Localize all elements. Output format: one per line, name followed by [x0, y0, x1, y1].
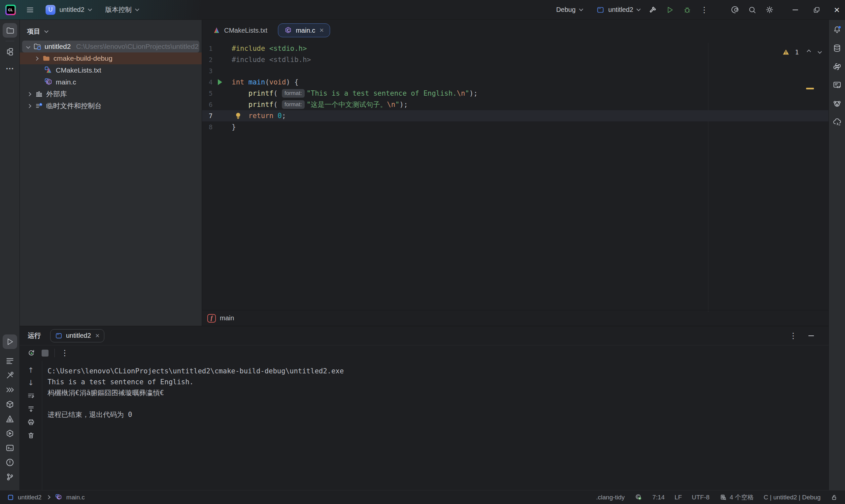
tree-item-label: CMakeLists.txt: [56, 66, 101, 74]
next-occurrence-button[interactable]: ↓: [28, 379, 34, 386]
cmake-toolwindow-button[interactable]: [3, 412, 17, 426]
run-mode-selector[interactable]: Debug: [556, 6, 583, 14]
cloud-shell-button[interactable]: [832, 118, 842, 127]
divider: [6, 41, 14, 41]
editor-tabs: CMakeLists.txt C main.c ×: [202, 20, 828, 41]
services-toolwindow-button[interactable]: [3, 383, 17, 397]
documentation-toolwindow-button[interactable]: [832, 80, 842, 90]
breadcrumb-function[interactable]: main: [220, 314, 234, 322]
scrollbar-warning-mark[interactable]: [806, 88, 814, 89]
project-panel: 项目 untitled2 C:\Users\lenovo\CLionProjec…: [20, 20, 202, 326]
tools-icon: [5, 371, 15, 380]
run-line-marker[interactable]: [218, 79, 222, 85]
search-icon: [748, 6, 757, 14]
folder-icon: [5, 26, 15, 35]
close-icon[interactable]: ×: [319, 26, 324, 35]
restore-button[interactable]: [813, 6, 821, 14]
status-project[interactable]: untitled2: [18, 494, 41, 501]
close-button[interactable]: ×: [834, 4, 840, 16]
chevron-right-icon: [34, 56, 39, 61]
prev-problem-icon[interactable]: [807, 50, 811, 54]
panel-options-button[interactable]: ⋮: [789, 332, 797, 340]
hide-panel-button[interactable]: [808, 336, 814, 336]
more-actions-button[interactable]: ⋮: [700, 6, 708, 14]
python-packages-toolwindow-button[interactable]: [3, 397, 17, 412]
main-menu-button[interactable]: [26, 6, 34, 14]
console-output[interactable]: C:\Users\lenovo\CLionProjects\untitled2\…: [42, 361, 344, 490]
c-file-icon: C: [44, 78, 53, 86]
stop-button[interactable]: [41, 349, 49, 357]
settings-button[interactable]: [765, 5, 774, 14]
problems-toolwindow-button[interactable]: [3, 455, 17, 470]
play-icon: [5, 337, 15, 346]
problems-icon: [5, 458, 15, 467]
run-config-selector[interactable]: untitled2: [596, 6, 640, 14]
inspections-status-badge[interactable]: [635, 493, 642, 501]
print-button[interactable]: [27, 418, 35, 426]
warning-icon: [782, 48, 790, 56]
tree-row-scratches[interactable]: 临时文件和控制台: [20, 100, 202, 112]
resolve-context-widget[interactable]: C | untitled2 | Debug: [763, 494, 821, 501]
tree-row-project-root[interactable]: untitled2 C:\Users\lenovo\CLionProjects\…: [22, 40, 199, 52]
console-options-button[interactable]: ⋮: [61, 349, 69, 357]
scroll-to-end-button[interactable]: [27, 405, 35, 413]
divider: [54, 349, 55, 357]
tab-cmakelists[interactable]: CMakeLists.txt: [207, 23, 273, 37]
tree-row-main-c[interactable]: C main.c: [20, 76, 202, 88]
ellipsis-icon: …: [6, 61, 14, 72]
chevron-down-icon: [135, 7, 139, 11]
indent-widget[interactable]: 4 个空格: [720, 493, 754, 502]
project-toolwindow-button[interactable]: [3, 23, 17, 38]
search-everywhere-button[interactable]: [748, 6, 757, 14]
code-line: 1 #include <stdio.h>: [202, 43, 828, 54]
line-ending-widget[interactable]: LF: [675, 494, 682, 501]
minimize-button[interactable]: [793, 10, 798, 10]
code-editor[interactable]: 1 #include <stdio.h> 2 #include <stdlib.…: [202, 43, 828, 312]
encoding-widget[interactable]: UTF-8: [692, 494, 710, 501]
notifications-button[interactable]: [832, 25, 842, 34]
clear-console-button[interactable]: [27, 431, 35, 439]
caret-position-widget[interactable]: 7:14: [653, 494, 665, 501]
terminal-toolwindow-button[interactable]: [3, 441, 17, 455]
tab-main-c[interactable]: C main.c ×: [278, 23, 330, 37]
clang-tidy-widget[interactable]: .clang-tidy: [596, 494, 625, 501]
profiler-toolwindow-button[interactable]: [3, 426, 17, 441]
inspection-widget[interactable]: 1: [782, 48, 821, 56]
structure-toolwindow-button[interactable]: [3, 354, 17, 368]
debug-button[interactable]: [683, 6, 691, 14]
more-toolwindows-button[interactable]: …: [3, 59, 17, 74]
tree-row-cmakelists[interactable]: CMakeLists.txt: [20, 64, 202, 76]
commit-toolwindow-button[interactable]: [3, 44, 17, 59]
vcs-toolwindow-button[interactable]: [3, 470, 17, 484]
tree-row-build-dir[interactable]: cmake-build-debug: [20, 52, 202, 64]
run-toolwindow-button[interactable]: [3, 335, 17, 349]
code-line: 2 #include <stdlib.h>: [202, 54, 828, 65]
cloud-code-icon: [832, 118, 842, 127]
prev-occurrence-button[interactable]: ↑: [28, 367, 34, 374]
run-button[interactable]: [666, 6, 674, 14]
python-console-button[interactable]: [832, 62, 842, 71]
rerun-button[interactable]: [27, 349, 36, 357]
run-config-label: untitled2: [608, 6, 633, 14]
console-line: 进程已结束，退出代码为 0: [48, 409, 344, 420]
chevron-down-icon: [579, 7, 583, 11]
project-panel-header[interactable]: 项目: [20, 20, 202, 40]
database-toolwindow-button[interactable]: [832, 43, 842, 53]
run-toolbar: ⋮: [20, 345, 828, 361]
soft-wrap-button[interactable]: [27, 392, 35, 400]
scratches-icon: [35, 102, 43, 110]
chevron-down-icon: [637, 7, 641, 11]
close-icon[interactable]: ×: [95, 331, 100, 340]
next-problem-icon[interactable]: [817, 50, 822, 54]
vcs-widget[interactable]: 版本控制: [105, 5, 139, 14]
status-file[interactable]: main.c: [66, 494, 85, 501]
project-widget[interactable]: U untitled2: [46, 5, 91, 15]
run-tab-untitled2[interactable]: untitled2 ×: [50, 329, 104, 342]
build-toolwindow-button[interactable]: [3, 368, 17, 383]
build-button[interactable]: [649, 6, 657, 14]
readonly-toggle[interactable]: [830, 494, 838, 501]
tree-row-external-libs[interactable]: 外部库: [20, 88, 202, 100]
ai-plugin-button[interactable]: [832, 99, 842, 108]
ai-assistant-button[interactable]: [730, 5, 739, 14]
run-panel-title: 运行: [28, 331, 41, 340]
